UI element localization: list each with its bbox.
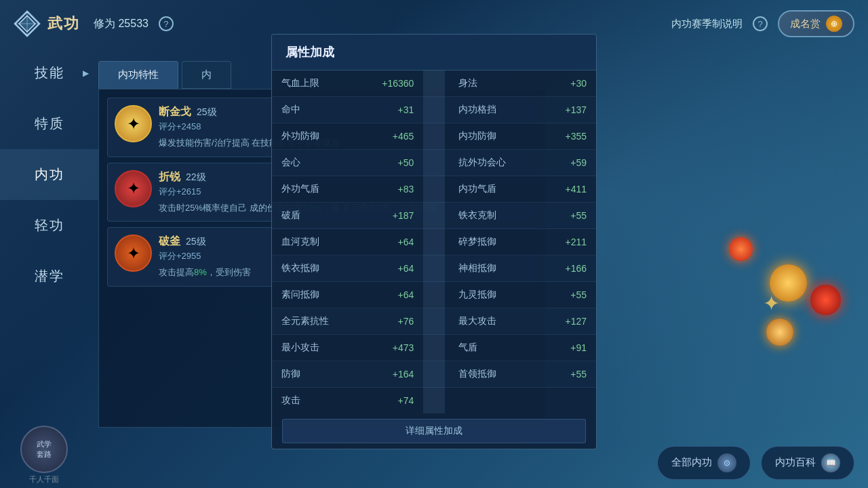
help-icon[interactable]: ? <box>159 16 174 31</box>
attr-divider-5 <box>423 203 444 229</box>
sidebar-label-tezhi: 特质 <box>35 115 64 133</box>
attr-val-left-3: +50 <box>363 150 423 176</box>
attr-row-10: 最小攻击 +473 气盾 +91 <box>272 335 596 361</box>
attr-val-right-9: +127 <box>536 308 596 335</box>
orb-gold2 <box>766 319 793 346</box>
attr-row-12: 攻击 +74 <box>272 388 596 414</box>
sidebar-label-neigong: 内功 <box>35 165 64 184</box>
attr-row-11: 防御 +164 首领抵御 +55 <box>272 361 596 388</box>
attr-divider-6 <box>423 229 444 256</box>
attr-val-left-5: +187 <box>363 203 423 229</box>
fame-button[interactable]: 成名赏 ⊕ <box>778 10 854 37</box>
attr-divider-9 <box>423 308 444 335</box>
attr-val-right-7: +166 <box>536 256 596 282</box>
attrs-title: 属性加成 <box>272 35 596 70</box>
attr-name-left-4: 外功气盾 <box>272 176 363 203</box>
attr-divider-12 <box>423 388 444 414</box>
fame-icon: ⊕ <box>826 16 842 32</box>
attr-name-left-1: 命中 <box>272 97 363 123</box>
attr-name-right-3: 抗外功会心 <box>445 150 536 176</box>
attr-divider-11 <box>423 361 444 388</box>
sidebar: 技能 ▶ 特质 内功 轻功 潜学 <box>0 47 98 441</box>
attr-row-7: 铁衣抵御 +64 神相抵御 +166 <box>272 256 596 282</box>
sidebar-item-tezhi[interactable]: 特质 <box>0 98 98 149</box>
wuxue-circle: 武学 套路 <box>20 426 68 473</box>
attr-row-3: 会心 +50 抗外功会心 +59 <box>272 150 596 176</box>
attr-val-left-0: +16360 <box>363 70 423 97</box>
skill-icon-zhe: ✦ <box>115 170 152 207</box>
attr-val-left-6: +64 <box>363 229 423 256</box>
skill-level-duan: 25级 <box>197 106 217 119</box>
attr-val-right-2: +355 <box>536 123 596 150</box>
attr-name-right-1: 内功格挡 <box>445 97 536 123</box>
wuxue-button[interactable]: 武学 套路 千人千面 <box>20 426 68 485</box>
attr-divider-10 <box>423 335 444 361</box>
detail-attrs-button[interactable]: 详细属性加成 <box>282 419 586 443</box>
attr-val-right-1: +137 <box>536 97 596 123</box>
all-neigong-button[interactable]: 全部内功 ⊙ <box>657 446 751 480</box>
attr-divider-7 <box>423 256 444 282</box>
attr-val-right-3: +59 <box>536 150 596 176</box>
attr-name-right-11: 首领抵御 <box>445 361 536 388</box>
attr-divider-1 <box>423 97 444 123</box>
header-left: 武功 修为 25533 ? <box>14 10 174 37</box>
attr-val-right-12 <box>536 388 596 414</box>
attr-name-left-12: 攻击 <box>272 388 363 414</box>
skill-name-po: 破釜 <box>159 235 180 249</box>
tab-second[interactable]: 内 <box>182 61 231 89</box>
sidebar-item-qinggong[interactable]: 轻功 <box>0 200 98 251</box>
attr-val-right-5: +55 <box>536 203 596 229</box>
star-decoration: ✦ <box>763 291 780 315</box>
attr-val-right-10: +91 <box>536 335 596 361</box>
sidebar-item-neigong[interactable]: 内功 <box>0 149 98 200</box>
attr-val-left-2: +465 <box>363 123 423 150</box>
sidebar-item-jine[interactable]: 技能 ▶ <box>0 47 98 98</box>
neigong-wiki-icon: 📖 <box>821 453 840 472</box>
skill-icon-duan: ✦ <box>115 105 152 142</box>
attr-name-left-10: 最小攻击 <box>272 335 363 361</box>
attr-name-left-7: 铁衣抵御 <box>272 256 363 282</box>
attr-val-left-12: +74 <box>363 388 423 414</box>
attr-row-1: 命中 +31 内功格挡 +137 <box>272 97 596 123</box>
skill-name-zhe: 折锐 <box>159 170 180 184</box>
season-label: 内功赛季制说明 <box>671 18 743 30</box>
attr-val-left-11: +164 <box>363 361 423 388</box>
attr-divider-3 <box>423 150 444 176</box>
attr-row-5: 破盾 +187 铁衣克制 +55 <box>272 203 596 229</box>
attr-val-right-11: +55 <box>536 361 596 388</box>
skill-icon-po: ✦ <box>115 235 152 272</box>
attr-row-9: 全元素抗性 +76 最大攻击 +127 <box>272 308 596 335</box>
orb-red <box>729 237 753 261</box>
attr-name-right-12 <box>445 388 536 414</box>
attr-name-right-6: 碎梦抵御 <box>445 229 536 256</box>
score-label: 修为 25533 <box>94 17 149 31</box>
attr-name-left-0: 气血上限 <box>272 70 363 97</box>
neigong-wiki-button[interactable]: 内功百科 📖 <box>761 446 854 480</box>
sidebar-label-qianxue: 潜学 <box>35 267 64 285</box>
attr-name-left-3: 会心 <box>272 150 363 176</box>
attr-name-left-5: 破盾 <box>272 203 363 229</box>
attr-name-right-10: 气盾 <box>445 335 536 361</box>
attr-name-right-9: 最大攻击 <box>445 308 536 335</box>
logo-icon <box>14 10 41 37</box>
attr-name-right-7: 神相抵御 <box>445 256 536 282</box>
wuxue-sub-label: 千人千面 <box>29 474 59 485</box>
attr-val-left-7: +64 <box>363 256 423 282</box>
wuxue-title-label: 武学 <box>37 439 52 449</box>
skill-name-duan: 断金戈 <box>159 105 191 119</box>
attr-val-left-8: +64 <box>363 282 423 308</box>
attr-val-right-6: +211 <box>536 229 596 256</box>
attr-name-right-0: 身法 <box>445 70 536 97</box>
attr-name-left-9: 全元素抗性 <box>272 308 363 335</box>
attr-divider-8 <box>423 282 444 308</box>
attr-divider-0 <box>423 70 444 97</box>
attr-val-left-4: +83 <box>363 176 423 203</box>
attributes-popup: 属性加成 气血上限 +16360 身法 +30 命中 +31 内功格挡 +137… <box>271 34 597 449</box>
season-help-icon[interactable]: ? <box>753 16 768 31</box>
sidebar-item-qianxue[interactable]: 潜学 <box>0 251 98 302</box>
page-title: 武功 <box>47 14 80 34</box>
tab-neigong-tezhi[interactable]: 内功特性 <box>98 61 178 89</box>
attr-name-left-6: 血河克制 <box>272 229 363 256</box>
attr-val-right-4: +411 <box>536 176 596 203</box>
attr-row-6: 血河克制 +64 碎梦抵御 +211 <box>272 229 596 256</box>
